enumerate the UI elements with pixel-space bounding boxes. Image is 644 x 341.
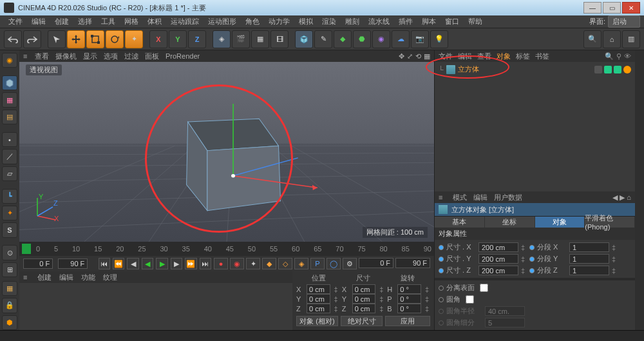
attrtab-编辑[interactable]: 编辑 (473, 193, 488, 201)
pos-Z[interactable]: 0 cm (307, 304, 330, 313)
subtab-基本[interactable]: 基本 (435, 217, 485, 228)
panel-toggle[interactable]: ▥ (622, 30, 640, 48)
coord-mode-select[interactable]: 对象 (相对) (296, 316, 338, 326)
material-manager[interactable]: ▦ (2, 281, 17, 296)
viewport-nav-icon[interactable]: ✥ (399, 52, 404, 61)
menu-渲染[interactable]: 渲染 (317, 15, 341, 28)
menu-选择[interactable]: 选择 (73, 15, 97, 28)
axis-mode[interactable]: ┗ (2, 189, 17, 204)
range-end[interactable]: 90 F (58, 258, 88, 269)
x-axis-lock[interactable]: X (149, 30, 167, 48)
edge-mode[interactable]: ／ (2, 149, 17, 164)
close-button[interactable]: ✕ (622, 2, 640, 14)
end-frame-2[interactable]: 90 F (395, 258, 430, 268)
pos-X[interactable]: 0 cm (307, 284, 330, 294)
goto-end[interactable]: ⏭ (200, 258, 211, 269)
render-view[interactable]: 🎬 (232, 30, 250, 48)
nurbs-tool[interactable]: ◆ (334, 30, 352, 48)
visible-editor-tag[interactable] (604, 66, 612, 73)
side-strip[interactable] (635, 50, 644, 330)
fillet-check[interactable] (466, 295, 474, 304)
key-scl[interactable]: ◇ (278, 258, 292, 269)
material-tab-纹理[interactable]: 纹理 (103, 273, 117, 281)
scale-tool[interactable] (86, 30, 104, 48)
cube-primitive[interactable] (295, 30, 313, 48)
field-分段 Y[interactable]: 1 (569, 254, 609, 264)
environment-tool[interactable]: ☁ (392, 30, 410, 48)
redo-button[interactable] (23, 30, 41, 48)
range-start[interactable]: 0 F (23, 258, 53, 269)
field-分段 Z[interactable]: 1 (569, 266, 609, 275)
playhead-icon[interactable] (22, 244, 31, 254)
phong-tag[interactable] (623, 66, 631, 73)
minimize-button[interactable]: — (583, 2, 601, 14)
viewtab-选项[interactable]: 选项 (104, 52, 118, 60)
search-icon[interactable]: 🔍 (605, 52, 614, 61)
prev-key[interactable]: ⏪ (113, 258, 124, 269)
viewport-layout-icon[interactable]: ▦ (424, 52, 430, 61)
subtab-平滑着色(Phong)[interactable]: 平滑着色(Phong) (585, 217, 635, 228)
menu-运动跟踪[interactable]: 运动跟踪 (166, 15, 204, 28)
size-Z[interactable]: 0 cm (352, 304, 376, 313)
timeline-ruler[interactable]: 051015202530354045505560657075808590 (19, 242, 434, 256)
filter-icon[interactable]: ⚲ (616, 52, 621, 61)
menu-模拟[interactable]: 模拟 (294, 15, 317, 28)
point-mode[interactable]: • (2, 132, 17, 147)
record-key[interactable]: ● (214, 258, 228, 269)
size-X[interactable]: 0 cm (352, 284, 376, 294)
param-dot[interactable] (529, 245, 535, 250)
key-pla[interactable]: ◯ (327, 258, 341, 269)
workplane-mode[interactable]: ▤ (2, 110, 17, 124)
visible-render-tag[interactable] (614, 66, 621, 73)
snap-toggle[interactable]: ⊙ (2, 245, 17, 260)
viewtab-摄像机[interactable]: 摄像机 (55, 52, 77, 60)
viewtab-显示[interactable]: 显示 (83, 52, 97, 60)
viewtab-ProRender[interactable]: ProRender (166, 52, 200, 60)
render-region[interactable]: ▦ (251, 30, 269, 48)
rotate-tool[interactable] (106, 30, 124, 48)
subtab-坐标[interactable]: 坐标 (485, 217, 535, 228)
apply-button[interactable]: 应用 (385, 316, 430, 326)
material-area[interactable] (19, 283, 292, 328)
make-editable[interactable]: ◉ (2, 53, 17, 68)
z-axis-lock[interactable]: Z (188, 30, 206, 48)
separate-surfaces-check[interactable] (480, 284, 488, 292)
menu-帮助[interactable]: 帮助 (464, 15, 487, 28)
menu-角色[interactable]: 角色 (241, 15, 264, 28)
material-tab-创建[interactable]: 创建 (37, 273, 52, 281)
light-tool[interactable]: 💡 (430, 30, 448, 48)
search-icon[interactable]: 🔍 (583, 30, 601, 48)
key-param[interactable]: P (310, 258, 325, 269)
menu-脚本[interactable]: 脚本 (417, 15, 440, 28)
undo-button[interactable] (4, 30, 22, 48)
prev-frame[interactable]: ◀ (127, 258, 138, 269)
deformer-tool[interactable]: ◉ (372, 30, 390, 48)
generator-tool[interactable]: ⬣ (353, 30, 371, 48)
eye-icon[interactable]: 👁 (624, 52, 631, 61)
texture-mode[interactable]: ▦ (2, 92, 17, 107)
model-mode[interactable] (2, 75, 17, 90)
perspective-viewport[interactable]: 透视视图 网格间距 : 100 cm Y X Z (19, 62, 434, 242)
next-frame[interactable]: ▶ (171, 258, 182, 269)
select-tool[interactable] (48, 30, 66, 48)
object-tree[interactable]: └ 立方体 (435, 62, 635, 191)
objtab-标签[interactable]: 标签 (516, 52, 530, 60)
lock-icon[interactable]: 🔒 (2, 298, 17, 313)
rot-X[interactable]: 0 ° (397, 284, 421, 294)
rot-Y[interactable]: 0 ° (397, 294, 421, 304)
field-分段 X[interactable]: 1 (569, 242, 609, 252)
field-尺寸 . X[interactable]: 200 cm (478, 242, 518, 252)
menu-编辑[interactable]: 编辑 (27, 15, 50, 28)
size-Y[interactable]: 0 cm (352, 294, 376, 304)
goto-start[interactable]: ⏮ (99, 258, 110, 269)
layer-tag[interactable] (594, 66, 602, 73)
key-pos[interactable]: ◆ (262, 258, 276, 269)
menu-体积[interactable]: 体积 (143, 15, 166, 28)
maximize-button[interactable]: ▭ (603, 2, 621, 14)
coord-system[interactable]: ◈ (213, 30, 231, 48)
viewport-rotate-icon[interactable]: ⟲ (415, 52, 421, 61)
material-tab-功能[interactable]: 功能 (81, 273, 95, 281)
size-mode-select[interactable]: 绝对尺寸 (341, 316, 383, 326)
key-sel[interactable]: ✦ (246, 258, 260, 269)
viewtab-查看[interactable]: 查看 (35, 52, 49, 60)
